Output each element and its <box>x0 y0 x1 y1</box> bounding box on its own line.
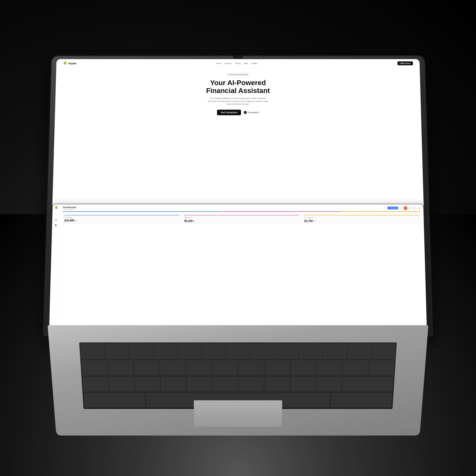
card-accent-pink <box>185 215 299 215</box>
balance-cents: .00 <box>74 220 77 222</box>
expenses-card-menu[interactable]: ⋮ <box>417 217 419 219</box>
expense-icon: 🧾 <box>304 216 307 219</box>
sidebar-user-icon[interactable]: 👤 <box>54 223 57 227</box>
laptop-lid: 🍀 Payble Home Features Pricing Blog Cont… <box>43 56 432 336</box>
key <box>108 376 135 392</box>
progress-bars <box>63 211 421 212</box>
start-saving-button[interactable]: Start Saving Now <box>217 110 241 115</box>
key <box>104 344 129 359</box>
sidebar-grid-icon[interactable]: ⊞ <box>54 218 58 221</box>
hero-badge: Smart AI for Your Finances <box>226 73 250 76</box>
key <box>80 344 105 359</box>
key <box>316 360 342 376</box>
key <box>129 344 153 359</box>
nav-blog[interactable]: Blog <box>244 62 248 65</box>
stats-cards-row: Total Balance ⋮ $10,400.00 <box>62 214 421 224</box>
key <box>134 360 160 376</box>
key <box>153 344 177 359</box>
card-header-income: 💸 Income ⋮ <box>184 216 299 219</box>
hero-subtitle: From detailed budgeting to custom saving… <box>206 97 270 105</box>
presentation-button[interactable]: ▶ Presentation <box>244 111 259 114</box>
key <box>135 376 160 392</box>
balance-value: $10,400 <box>64 219 74 222</box>
income-cents: .00 <box>193 220 195 222</box>
badge-text: Smart AI for Your Finances <box>230 74 248 75</box>
sun-icon-button[interactable]: ☀ <box>413 206 416 210</box>
greeting-text: Good Morning! <box>63 206 76 208</box>
key <box>368 360 394 376</box>
hero-section: Smart AI for Your Finances Your AI-Power… <box>55 68 421 119</box>
laptop: 🍀 Payble Home Features Pricing Blog Cont… <box>48 53 428 442</box>
balance-card-menu[interactable]: ⋮ <box>177 216 179 218</box>
key <box>342 376 393 392</box>
key <box>323 344 347 359</box>
nav-contact[interactable]: Contact <box>251 62 257 65</box>
scene: 🍀 Payble Home Features Pricing Blog Cont… <box>0 0 476 476</box>
screen-bezel: 🍀 Payble Home Features Pricing Blog Cont… <box>49 59 427 332</box>
card-header-balance: Total Balance ⋮ <box>65 216 179 218</box>
nav-cta-button[interactable]: FREE Remix <box>397 61 413 65</box>
expenses-value-row: $1,750.00 <box>304 220 419 222</box>
card-header-expenses: 🧾 Expenses ⋮ <box>304 216 419 219</box>
income-card-menu[interactable]: ⋮ <box>298 217 299 219</box>
key <box>347 344 371 359</box>
user-name-text: Cezara Dwayne <box>63 208 76 210</box>
presentation-label: Presentation <box>248 111 259 114</box>
trackpad[interactable] <box>194 400 282 427</box>
key <box>202 344 226 359</box>
moon-icon-button[interactable]: 🌙 <box>417 206 421 210</box>
progress-bar-balance <box>63 211 221 212</box>
key <box>290 376 316 392</box>
income-card-title: 💸 Income <box>184 216 192 219</box>
greeting-area: Good Morning! Cezara Dwayne <box>63 206 76 210</box>
dashboard-main: Good Morning! Cezara Dwayne ✦ Set Goal <box>57 204 427 332</box>
badge-dot <box>228 74 229 75</box>
chevron-down-icon[interactable]: ∨ <box>408 206 412 210</box>
hero-title-line2: Financial Assistant <box>66 87 410 95</box>
hero-title: Your AI-Powered Financial Assistant <box>66 79 410 95</box>
key <box>82 360 108 376</box>
key <box>212 360 238 376</box>
nav-pricing[interactable]: Pricing <box>235 62 241 65</box>
camera-notch <box>233 56 243 59</box>
logo-text: Payble <box>68 62 76 65</box>
set-goal-button[interactable]: ✦ Set Goal <box>387 206 398 209</box>
income-value: $5,200 <box>184 220 193 222</box>
navbar: 🍀 Payble Home Features Pricing Blog Cont… <box>56 59 420 68</box>
progress-bar-income <box>222 211 341 212</box>
logo-icon: 🍀 <box>63 61 67 65</box>
key <box>238 376 264 392</box>
sidebar-chevron-icon[interactable]: › <box>54 213 58 216</box>
key <box>299 344 323 359</box>
nav-features[interactable]: Features <box>224 62 232 65</box>
key <box>160 376 186 392</box>
dashboard-actions: ✦ Set Goal ↗ CD ∨ ☀ 🌙 <box>387 206 421 210</box>
expenses-card-title: 🧾 Expenses <box>304 216 313 219</box>
card-accent-blue <box>65 215 179 215</box>
progress-bar-expenses <box>341 211 421 212</box>
laptop-base <box>48 325 428 436</box>
key <box>226 344 250 359</box>
key <box>250 344 274 359</box>
share-icon-button[interactable]: ↗ <box>399 206 403 210</box>
key <box>212 376 238 392</box>
key <box>186 360 212 376</box>
set-goal-label: Set Goal <box>391 207 397 209</box>
nav-home[interactable]: Home <box>216 62 221 65</box>
key-row-3 <box>83 376 393 392</box>
expenses-cents: .00 <box>313 220 315 222</box>
nav-links: Home Features Pricing Blog Contact <box>80 62 394 65</box>
key <box>84 392 146 408</box>
avatar-button[interactable]: CD <box>404 206 408 210</box>
balance-value-row: $10,400.00 <box>64 219 179 222</box>
income-card: 💸 Income ⋮ $5,200.00 <box>182 214 301 224</box>
play-icon: ▶ <box>244 111 247 114</box>
key <box>274 344 298 359</box>
key <box>330 392 392 408</box>
dashboard-panel: 🍀 › ⊞ 👤 Goo <box>49 204 427 332</box>
key <box>177 344 202 359</box>
balance-card-title: Total Balance <box>65 217 73 218</box>
key <box>264 360 290 376</box>
key-row-2 <box>82 360 395 376</box>
screen-display: 🍀 Payble Home Features Pricing Blog Cont… <box>49 59 427 332</box>
